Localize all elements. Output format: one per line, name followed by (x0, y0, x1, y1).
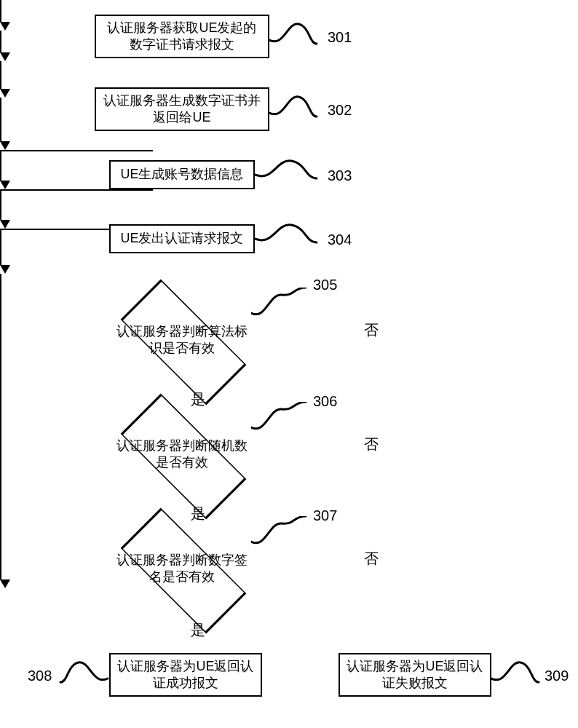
step-301-box: 认证服务器获取UE发起的数字证书请求报文 (95, 15, 269, 58)
step-302-num: 302 (328, 102, 352, 119)
step-307-num: 307 (313, 507, 337, 524)
arrow-301-302-head (0, 22, 10, 31)
step-307-diamond: 认证服务器判断数字签名是否有效 (95, 526, 269, 613)
callout-303 (255, 157, 320, 197)
callout-304 (255, 221, 320, 261)
no-bus-vertical (0, 274, 1, 579)
callout-306 (251, 402, 309, 442)
arrow-303-304-head (0, 89, 10, 98)
edge-305-no-h (0, 150, 153, 151)
callout-307 (251, 516, 309, 556)
callout-308 (58, 657, 109, 697)
edge-306-yes-label: 是 (191, 504, 205, 523)
callout-305 (251, 288, 309, 328)
step-303-box: UE生成账号数据信息 (109, 160, 255, 189)
step-303-num: 303 (328, 167, 352, 184)
step-308-box: 认证服务器为UE返回认证成功报文 (109, 653, 262, 697)
step-302-text: 认证服务器生成数字证书并返回给UE (102, 92, 262, 127)
step-305-diamond: 认证服务器判断算法标识是否有效 (95, 297, 269, 384)
step-306-text: 认证服务器判断随机数是否有效 (116, 438, 248, 472)
flowchart-canvas: 认证服务器获取UE发起的数字证书请求报文 301 认证服务器生成数字证书并返回给… (0, 0, 578, 728)
step-304-text: UE发出认证请求报文 (120, 230, 243, 247)
step-306-diamond: 认证服务器判断随机数是否有效 (95, 411, 269, 499)
step-305-num: 305 (313, 277, 337, 293)
step-304-num: 304 (328, 232, 352, 248)
step-304-box: UE发出认证请求报文 (109, 224, 255, 253)
edge-305-yes-v (0, 151, 1, 181)
step-303-text: UE生成账号数据信息 (120, 166, 243, 183)
step-309-text: 认证服务器为UE返回认证失败报文 (346, 658, 484, 692)
edge-307-yes-label: 是 (191, 620, 205, 640)
step-308-text: 认证服务器为UE返回认证成功报文 (116, 658, 255, 692)
step-302-box: 认证服务器生成数字证书并返回给UE (95, 87, 269, 131)
step-306-num: 306 (313, 393, 337, 410)
edge-305-no-label: 否 (364, 320, 379, 340)
edge-305-yes-head (0, 181, 10, 189)
step-308-num: 308 (28, 668, 52, 684)
arrow-303-304-line (0, 61, 1, 89)
step-309-box: 认证服务器为UE返回认证失败报文 (339, 653, 491, 697)
callout-301 (269, 18, 320, 58)
arrow-304-305-head (0, 141, 10, 150)
edge-305-yes-label: 是 (191, 389, 205, 409)
edge-307-yes-head (0, 265, 10, 274)
step-307-text: 认证服务器判断数字签名是否有效 (116, 552, 248, 586)
arrow-302-303-line (0, 31, 1, 52)
step-301-text: 认证服务器获取UE发起的数字证书请求报文 (102, 20, 262, 54)
callout-309 (491, 657, 542, 697)
edge-307-no-label: 否 (364, 549, 379, 569)
edge-306-no-h (0, 189, 153, 191)
step-309-num: 309 (545, 668, 569, 684)
edge-306-no-label: 否 (364, 435, 379, 454)
edge-306-yes-head (0, 220, 10, 229)
arrow-301-302-line (0, 0, 1, 22)
step-301-num: 301 (328, 29, 352, 46)
callout-302 (269, 91, 320, 131)
step-305-text: 认证服务器判断算法标识是否有效 (116, 323, 248, 357)
arrow-302-303-head (0, 52, 10, 61)
edge-307-yes-v (0, 230, 1, 265)
arrow-304-305-line (0, 98, 1, 141)
no-bus-head (0, 579, 10, 588)
edge-306-yes-v (0, 191, 1, 220)
